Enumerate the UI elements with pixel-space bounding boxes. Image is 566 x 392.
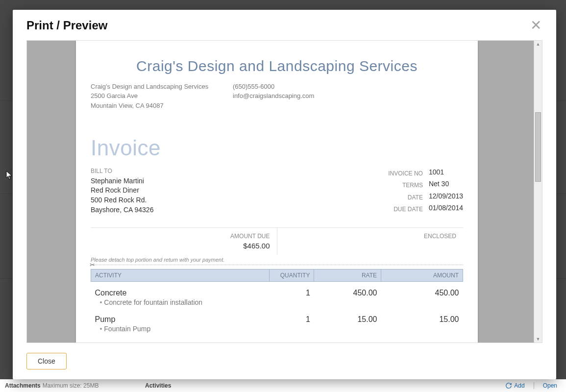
- scroll-thumb[interactable]: [535, 112, 541, 182]
- enclosed-value: [277, 242, 457, 250]
- line-qty: 1: [270, 282, 314, 309]
- line-rate: 15.00: [314, 308, 381, 335]
- col-quantity: QUANTITY: [270, 270, 314, 282]
- line-description: Fountain Pump: [95, 325, 266, 333]
- refresh-icon: [505, 382, 512, 389]
- meta-due: 01/08/2014: [429, 204, 463, 215]
- table-row: ConcreteConcrete for fountain installati…: [91, 282, 463, 309]
- bill-to-street: 500 Red Rock Rd.: [91, 196, 153, 205]
- close-icon[interactable]: ✕: [529, 19, 542, 32]
- company-address: Craig's Design and Landscaping Services …: [91, 82, 233, 111]
- meta-terms-label: TERMS: [388, 182, 423, 189]
- col-rate: RATE: [314, 270, 381, 282]
- bill-to-label: BILL TO: [91, 167, 153, 175]
- table-row: PumpFountain Pump115.0015.00: [91, 308, 463, 335]
- enclosed-label: ENCLOSED: [277, 233, 457, 240]
- add-link-label: Add: [514, 382, 524, 389]
- invoice-meta: INVOICE NO 1001 TERMS Net 30 DATE 12/09/…: [388, 168, 463, 215]
- line-items-table: ACTIVITY QUANTITY RATE AMOUNT ConcreteCo…: [91, 269, 463, 335]
- perforation-line: ✂: [91, 265, 463, 265]
- company-email: info@craigslandscaping.com: [233, 91, 463, 101]
- footer-separator: [534, 382, 534, 389]
- line-amount: 15.00: [381, 308, 463, 335]
- line-rate: 450.00: [314, 282, 381, 309]
- activities-label: Activities: [145, 382, 171, 389]
- company-address-1: 2500 Garcia Ave: [91, 91, 233, 101]
- modal-header: Print / Preview ✕: [13, 10, 556, 36]
- meta-invno-label: INVOICE NO: [388, 170, 423, 177]
- bill-to-name: Stephanie Martini: [91, 176, 153, 186]
- bill-to-company: Red Rock Diner: [91, 186, 153, 196]
- open-link[interactable]: Open: [543, 382, 557, 389]
- preview-scrollbar[interactable]: ▲ ▼: [534, 41, 542, 343]
- document-type: Invoice: [91, 136, 463, 160]
- company-contact: (650)555-6000 info@craigslandscaping.com: [233, 82, 463, 111]
- line-activity: PumpFountain Pump: [91, 308, 270, 335]
- meta-invno: 1001: [429, 168, 463, 179]
- preview-viewport: Craig's Design and Landscaping Services …: [26, 40, 542, 343]
- line-amount: 450.00: [381, 282, 463, 309]
- meta-terms: Net 30: [429, 180, 463, 191]
- amount-due-label: AMOUNT DUE: [91, 233, 270, 240]
- invoice-page: Craig's Design and Landscaping Services …: [76, 41, 478, 343]
- amount-due-value: $465.00: [91, 242, 270, 250]
- print-preview-modal: Print / Preview ✕ Craig's Design and Lan…: [13, 10, 556, 379]
- scroll-up-icon[interactable]: ▲: [534, 41, 542, 48]
- attachments-note: Maximum size: 25MB: [43, 382, 99, 389]
- close-button[interactable]: Close: [26, 353, 67, 369]
- modal-footer: Close: [13, 347, 556, 379]
- attachments-label: Attachments: [5, 382, 41, 389]
- company-display-name: Craig's Design and Landscaping Services: [91, 58, 463, 74]
- company-phone: (650)555-6000: [233, 82, 463, 92]
- add-link[interactable]: Add: [505, 382, 524, 389]
- col-amount: AMOUNT: [381, 270, 463, 282]
- line-activity: ConcreteConcrete for fountain installati…: [91, 282, 270, 309]
- meta-due-label: DUE DATE: [388, 206, 423, 213]
- bill-to-block: BILL TO Stephanie Martini Red Rock Diner…: [91, 167, 153, 215]
- bill-to-city: Bayshore, CA 94326: [91, 205, 153, 215]
- amount-summary: AMOUNT DUE $465.00 ENCLOSED: [91, 227, 463, 255]
- modal-title: Print / Preview: [26, 19, 107, 32]
- line-description: Concrete for fountain installation: [95, 298, 266, 306]
- company-address-2: Mountain View, CA 94087: [91, 101, 233, 111]
- meta-date-label: DATE: [388, 194, 423, 201]
- scroll-down-icon[interactable]: ▼: [534, 336, 542, 343]
- scissors-icon: ✂: [90, 261, 95, 269]
- col-activity: ACTIVITY: [91, 270, 270, 282]
- detach-note: Please detach top portion and return wit…: [91, 257, 463, 263]
- page-footer-bar: Attachments Maximum size: 25MB Activitie…: [0, 379, 566, 392]
- meta-date: 12/09/2013: [429, 192, 463, 203]
- company-name: Craig's Design and Landscaping Services: [91, 82, 233, 92]
- line-qty: 1: [270, 308, 314, 335]
